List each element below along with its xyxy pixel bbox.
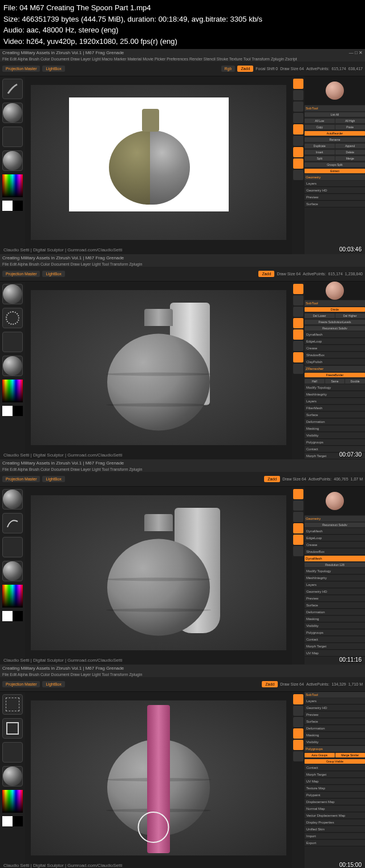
paste-button[interactable]: Paste [335,125,366,129]
window-controls[interactable]: — □ ✕ [349,50,363,55]
tool-panel[interactable]: Geometry Reconstruct Subdiv DynaMesh Edg… [305,487,365,665]
top-toolbar[interactable]: Projection Master LightBox Zadd Draw Siz… [0,472,365,487]
tool-panel[interactable]: SubTool Divide Del LowerDel Higher Freez… [305,282,365,459]
projection-master-button[interactable]: Projection Master [2,66,40,72]
transp-icon[interactable] [293,170,303,180]
copy-button[interactable]: Copy [305,125,335,129]
top-toolbar[interactable]: Projection Master LightBox Zadd Draw Siz… [0,677,365,692]
crease-section[interactable]: Crease [305,345,365,352]
modify-topology-section[interactable]: Modify Topology [305,568,365,574]
viewport-canvas[interactable] [25,282,292,459]
local-icon[interactable] [293,147,303,157]
reconstruct-button[interactable]: Reconstruct Subdiv [305,326,365,331]
right-action-strip[interactable] [292,692,305,868]
tool-panel[interactable]: SubTool Layers Geometry HD Preview Surfa… [305,692,365,868]
mesh-integrity-section[interactable]: MeshIntegrity [305,392,365,398]
color-picker[interactable] [2,585,23,608]
left-tool-tray[interactable] [0,487,25,665]
del-higher-button[interactable]: Del Higher [335,313,366,318]
freeze-subdiv-button[interactable]: Freeze SubdivisionLevels [305,320,365,324]
zadd-button[interactable]: Zadd [237,66,253,72]
dynamesh-header[interactable]: DynaMesh [305,556,365,561]
brush-icon[interactable] [2,489,23,510]
color-picker[interactable] [2,174,23,197]
selection-icon[interactable] [2,694,23,715]
persp-icon[interactable] [293,124,303,135]
material-sphere-icon[interactable] [2,356,23,376]
subtool-header[interactable]: SubTool [305,105,365,111]
preview-section[interactable]: Preview [305,194,365,201]
lightbox-button[interactable]: LightBox [42,66,64,72]
material-sphere-icon[interactable] [2,766,23,787]
right-action-strip[interactable] [292,487,305,665]
edgeloop-section[interactable]: EdgeLoop [305,339,365,345]
polygroups-header[interactable]: Polygroups [305,746,365,752]
viewport-canvas[interactable] [25,487,292,665]
rotate-icon[interactable] [293,113,303,123]
stroke-dots-icon[interactable] [2,308,23,328]
top-toolbar[interactable]: Projection Master LightBox Rgb Zadd Foca… [0,62,365,76]
alpha-icon[interactable] [2,127,23,147]
top-toolbar[interactable]: Projection Master LightBox Zadd Draw Siz… [0,267,365,282]
left-tool-tray[interactable] [0,692,25,868]
color-swatches[interactable] [2,201,23,211]
viewport-canvas[interactable] [25,76,292,254]
curve-stroke-icon[interactable] [2,513,23,533]
left-tool-tray[interactable] [0,76,25,254]
insert-button[interactable]: Insert [305,150,335,154]
right-action-strip[interactable] [292,76,305,254]
right-action-strip[interactable] [292,282,305,459]
scale-icon[interactable] [293,101,303,112]
swatch-black[interactable] [13,201,23,211]
xyz-icon[interactable] [293,158,303,169]
merge-button[interactable]: Merge [335,156,366,161]
stroke-icon[interactable] [2,103,23,123]
square-stroke-icon[interactable] [2,718,23,739]
swatch-white[interactable] [2,201,13,211]
tool-panel[interactable]: SubTool List All All LowAll High CopyPas… [305,76,365,254]
groups-button[interactable]: Groups Split [305,162,365,167]
dynamesh-section[interactable]: DynaMesh [305,332,365,338]
shadowbox-section[interactable]: ShadowBox [305,549,365,555]
app-menubar[interactable]: File Edit Alpha Brush Color Document Dra… [0,56,365,62]
alpha-icon[interactable] [2,742,23,763]
geometry-header[interactable]: Geometry [305,174,365,180]
append-button[interactable]: Append [335,144,366,148]
material-sphere-icon[interactable] [2,561,23,581]
modify-topology-section[interactable]: Modify Topology [305,385,365,391]
material-sphere-icon[interactable] [2,150,23,171]
list-all-button[interactable]: List All [305,112,365,117]
autoreorder-button[interactable]: AutoReorder [305,131,365,136]
split-button[interactable]: Split [305,156,335,161]
rgb-button[interactable]: Rgb [221,66,236,72]
dynamesh-section[interactable]: DynaMesh [305,528,365,535]
all-low-button[interactable]: All Low [305,119,335,123]
geometry-hd-section[interactable]: Geometry HD [305,188,365,194]
shadowbox-section[interactable]: ShadowBox [305,352,365,358]
frame-icon[interactable] [293,79,303,89]
crease-section[interactable]: Crease [305,542,365,548]
left-tool-tray[interactable] [0,282,25,459]
alpha-icon[interactable] [2,537,23,557]
move-icon[interactable] [293,90,303,100]
alpha-icon[interactable] [2,332,23,352]
floor-icon[interactable] [293,136,303,146]
rename-button[interactable]: Rename [305,137,365,142]
edgeloop-section[interactable]: EdgeLoop [305,535,365,541]
del-lower-button[interactable]: Del Lower [305,313,335,318]
all-high-button[interactable]: All High [335,119,366,123]
mesh-integrity-section[interactable]: MeshIntegrity [305,575,365,581]
divide-button[interactable]: Divide [305,307,365,312]
color-picker[interactable] [2,380,23,402]
viewport-canvas[interactable] [25,692,292,868]
surface-section[interactable]: Surface [305,201,365,207]
claypolish-section[interactable]: ClayPolish [305,359,365,365]
delete-button[interactable]: Delete [335,150,366,154]
focal-shift[interactable]: Focal Shift 0 [256,67,278,71]
color-picker[interactable] [2,790,23,813]
draw-size[interactable]: Draw Size 64 [280,67,304,71]
brush-icon[interactable] [2,284,23,304]
duplicate-button[interactable]: Duplicate [305,144,335,148]
layers-section[interactable]: Layers [305,181,365,187]
brush-icon[interactable] [2,79,23,99]
